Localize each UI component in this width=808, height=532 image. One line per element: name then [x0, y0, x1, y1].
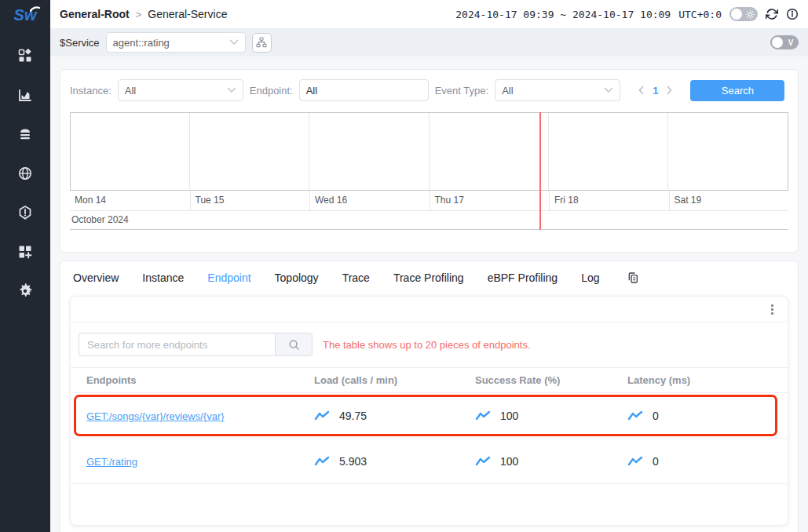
endpoint-link[interactable]: GET:/songs/{var}/reviews/{var}: [86, 410, 225, 422]
panel-header: [71, 297, 788, 322]
sidebar-item-database[interactable]: [0, 115, 50, 154]
breadcrumb-current: General-Service: [148, 8, 227, 20]
header-controls: 2024-10-17 09:39 ~ 2024-10-17 10:09 UTC+…: [455, 7, 799, 21]
tab-trace[interactable]: Trace: [342, 271, 370, 284]
event-type-select-value: All: [502, 85, 513, 97]
endpoint-link[interactable]: GET:/rating: [86, 456, 137, 468]
sidebar-item-analytics[interactable]: [0, 75, 50, 115]
tab-log[interactable]: Log: [581, 271, 599, 284]
skywalking-logo[interactable]: Sw: [0, 0, 50, 30]
instance-select[interactable]: All: [118, 79, 243, 101]
timeline-day-label: Sat 19: [669, 191, 789, 210]
logo-swoosh-icon: [30, 5, 41, 12]
copy-icon[interactable]: [627, 271, 639, 284]
alert-shield-icon: [17, 205, 33, 220]
latency-sparkline-icon[interactable]: [627, 456, 643, 467]
timeline-day-label: Mon 14: [70, 191, 190, 210]
column-header-load: Load (calls / min): [314, 374, 475, 386]
latency-sparkline-icon[interactable]: [627, 410, 643, 421]
service-select[interactable]: agent::rating: [106, 32, 246, 53]
chevron-down-icon: [604, 87, 613, 93]
timezone-label: UTC+0:0: [678, 9, 722, 20]
sidebar-item-settings[interactable]: [0, 271, 50, 311]
service-tabs: Overview Instance Endpoint Topology Trac…: [60, 261, 798, 293]
breadcrumb-separator: >: [136, 9, 142, 20]
info-icon[interactable]: [786, 8, 799, 20]
timeline-day-label: Thu 17: [430, 191, 550, 210]
sun-icon: [744, 9, 755, 20]
tab-overview[interactable]: Overview: [73, 271, 119, 284]
current-time-marker: [539, 112, 541, 230]
load-value: 5.903: [339, 455, 367, 468]
success-rate-sparkline-icon[interactable]: [475, 456, 491, 467]
dashboards-plus-icon: [17, 244, 33, 260]
instance-filter-label: Instance:: [70, 85, 112, 97]
tab-endpoint[interactable]: Endpoint: [207, 271, 250, 284]
theme-toggle-knob: [731, 9, 742, 20]
event-timeline[interactable]: Mon 14 Tue 15 Wed 16 Thu 17 Fri 18 Sat 1…: [70, 112, 788, 230]
load-sparkline-icon[interactable]: [314, 456, 330, 467]
success-rate-sparkline-icon[interactable]: [475, 410, 491, 421]
next-page-icon[interactable]: [666, 86, 673, 95]
load-sparkline-icon[interactable]: [314, 410, 330, 421]
service-label: $Service: [60, 37, 100, 49]
sidebar-item-services[interactable]: [0, 36, 50, 75]
globe-icon: [17, 166, 33, 181]
timeline-day-label: Fri 18: [549, 191, 669, 210]
event-type-select[interactable]: All: [495, 79, 620, 101]
apps-grid-icon: [17, 48, 33, 64]
sidebar-nav: [0, 36, 50, 311]
gear-icon: [17, 283, 33, 299]
success-rate-value: 100: [500, 410, 518, 422]
timeline-day-cell: [668, 113, 788, 190]
chevron-down-icon: [227, 87, 236, 93]
timeline-day-label: Wed 16: [309, 191, 430, 210]
topology-icon: [255, 36, 268, 49]
events-card: Instance: All Endpoint: Event Type: All …: [60, 69, 799, 253]
version-toggle-knob: [772, 37, 783, 48]
timeline-day-cell: [309, 113, 429, 190]
column-header-latency: Latency (ms): [627, 374, 788, 386]
refresh-icon[interactable]: [766, 8, 778, 20]
table-row: GET:/rating 5.903 100: [71, 439, 788, 484]
search-icon: [288, 339, 300, 351]
tab-instance[interactable]: Instance: [142, 271, 184, 284]
timeline-day-label: Tue 15: [190, 191, 310, 210]
current-page: 1: [653, 85, 658, 97]
timeline-day-cell: [190, 113, 309, 190]
version-toggle-label: V: [785, 37, 796, 48]
theme-toggle[interactable]: [729, 7, 758, 21]
more-menu-icon[interactable]: [768, 301, 777, 318]
bar-chart-icon: [17, 87, 33, 103]
breadcrumb-root[interactable]: General-Root: [60, 8, 130, 20]
service-select-value: agent::rating: [113, 37, 170, 49]
pager: 1: [638, 85, 673, 97]
breadcrumb: General-Root > General-Service: [60, 8, 227, 20]
timeline-plot: [70, 112, 788, 191]
load-value: 49.75: [339, 410, 367, 422]
endpoint-search-button[interactable]: [275, 333, 313, 356]
timeline-day-cell: [549, 113, 668, 190]
tab-topology[interactable]: Topology: [275, 271, 319, 284]
top-header: General-Root > General-Service 2024-10-1…: [50, 0, 808, 28]
prev-page-icon[interactable]: [638, 86, 645, 95]
endpoint-filter-label: Endpoint:: [250, 85, 293, 97]
endpoint-search-row: The table shows up to 20 pieces of endpo…: [71, 322, 788, 367]
table-row: GET:/songs/{var}/reviews/{var} 49.75 100: [71, 393, 788, 439]
endpoint-search-input[interactable]: [79, 333, 275, 356]
tab-trace-profiling[interactable]: Trace Profiling: [393, 271, 464, 284]
column-header-success-rate: Success Rate (%): [475, 374, 627, 386]
timeline-day-labels: Mon 14 Tue 15 Wed 16 Thu 17 Fri 18 Sat 1…: [70, 191, 788, 211]
service-topology-button[interactable]: [252, 33, 272, 53]
time-range-picker[interactable]: 2024-10-17 09:39 ~ 2024-10-17 10:09: [455, 9, 671, 20]
endpoint-list-panel: The table shows up to 20 pieces of endpo…: [70, 296, 788, 526]
sidebar-item-dashboards[interactable]: [0, 232, 50, 271]
tab-ebpf-profiling[interactable]: eBPF Profiling: [488, 271, 558, 284]
search-button[interactable]: Search: [690, 80, 784, 101]
sidebar-item-alerting[interactable]: [0, 193, 50, 232]
success-rate-value: 100: [500, 455, 518, 468]
sidebar-item-browser[interactable]: [0, 154, 50, 193]
version-toggle[interactable]: V: [770, 35, 799, 49]
latency-value: 0: [653, 455, 659, 468]
endpoint-filter-input[interactable]: [299, 79, 429, 101]
